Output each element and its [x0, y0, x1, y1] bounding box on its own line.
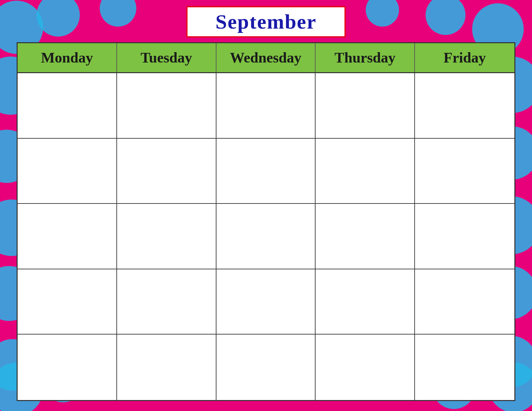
calendar-title: September	[215, 10, 317, 33]
calendar-cell[interactable]	[415, 204, 514, 269]
calendar-cell[interactable]	[415, 335, 514, 400]
calendar-cell[interactable]	[316, 269, 415, 335]
calendar-cell[interactable]	[316, 335, 415, 400]
calendar-cell[interactable]	[18, 269, 117, 335]
calendar-cell[interactable]	[18, 73, 117, 139]
calendar-body	[18, 73, 514, 400]
calendar-cell[interactable]	[117, 73, 216, 139]
calendar-header: MondayTuesdayWednesdayThursdayFriday	[18, 43, 514, 73]
calendar-cell[interactable]	[216, 335, 316, 400]
header-day-thursday: Thursday	[316, 43, 415, 72]
calendar-cell[interactable]	[316, 73, 415, 139]
calendar-cell[interactable]	[117, 204, 216, 269]
calendar-cell[interactable]	[18, 204, 117, 269]
calendar-cell[interactable]	[117, 335, 216, 400]
calendar-cell[interactable]	[316, 139, 415, 204]
calendar-cell[interactable]	[415, 139, 514, 204]
calendar-cell[interactable]	[117, 269, 216, 335]
header-day-tuesday: Tuesday	[117, 43, 216, 72]
header-day-friday: Friday	[415, 43, 514, 72]
calendar-cell[interactable]	[18, 139, 117, 204]
page-wrapper: September MondayTuesdayWednesdayThursday…	[0, 0, 532, 411]
calendar-cell[interactable]	[216, 139, 316, 204]
calendar-cell[interactable]	[117, 139, 216, 204]
header-day-wednesday: Wednesday	[216, 43, 316, 72]
header-day-monday: Monday	[18, 43, 117, 72]
title-box: September	[186, 6, 346, 38]
calendar-cell[interactable]	[216, 204, 316, 269]
calendar-cell[interactable]	[18, 335, 117, 400]
calendar-cell[interactable]	[316, 204, 415, 269]
calendar-cell[interactable]	[415, 269, 514, 335]
calendar-cell[interactable]	[216, 73, 316, 139]
calendar-cell[interactable]	[415, 73, 514, 139]
calendar-cell[interactable]	[216, 269, 316, 335]
calendar: MondayTuesdayWednesdayThursdayFriday	[17, 42, 515, 401]
